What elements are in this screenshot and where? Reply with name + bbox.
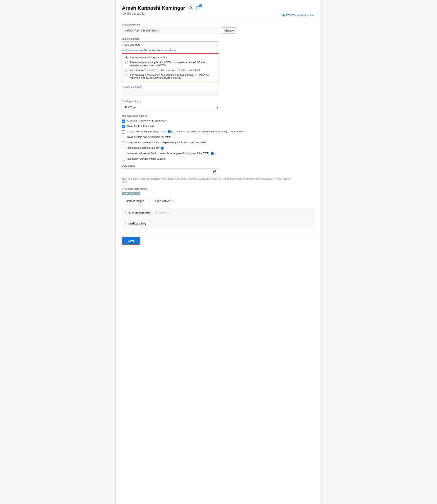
- tax-calculation-label: Tax calculation options: [122, 114, 315, 117]
- tc-label-2[interactable]: Claim tax free threshold: [127, 125, 154, 128]
- tc-option-8: Has approved withholding variation: [122, 157, 315, 161]
- tc-checkbox-3[interactable]: [122, 130, 125, 134]
- tc-option-2: Claim tax free threshold: [122, 125, 315, 128]
- tc-checkbox-1[interactable]: [122, 119, 125, 123]
- date-input-wrapper: [122, 168, 219, 176]
- info-icon-3[interactable]: i: [168, 130, 171, 133]
- stp-tax-category-section: › STP tax category Not applicable: [122, 208, 315, 217]
- employing-entity-label: Employing entity: [122, 23, 315, 26]
- tfn-option-3-radio[interactable]: [125, 69, 128, 71]
- tfn-section: Tax file number ▾ I don't have a tax fil…: [122, 37, 315, 82]
- stp-tax-category-header[interactable]: › STP tax category Not applicable: [122, 208, 315, 217]
- tfn-option-4-label[interactable]: The employee has claimed an exemption fr…: [130, 73, 216, 79]
- search-button[interactable]: [187, 5, 194, 11]
- employment-type-select[interactable]: Full Time Part Time Casual Labour Hire S…: [122, 104, 219, 111]
- medicare-chevron-icon: ›: [125, 222, 126, 225]
- save-section: Save: [122, 233, 315, 245]
- tc-label-5[interactable]: Claim zone, overseas forces or dependent…: [127, 141, 206, 144]
- employing-entity-input: [122, 27, 219, 34]
- tc-checkbox-7[interactable]: [122, 152, 125, 155]
- lodgement-action-buttons: Mark as lodged Lodge with ATO: [122, 198, 315, 204]
- tfn-option-4-radio[interactable]: [125, 74, 128, 76]
- tfn-option-2: The employee has applied for a TFN but d…: [125, 61, 216, 67]
- tc-option-7: Is a seasonal worker (and business is an…: [122, 152, 315, 155]
- tfn-option-2-radio[interactable]: [125, 61, 128, 64]
- date-signed-label: Date signed: [122, 164, 315, 167]
- previous-surname-section: Previous surname: [122, 86, 315, 96]
- ato-lodgement-section: ATO lodgement status NOT LODGED Mark as …: [122, 187, 315, 204]
- employing-entity-section: Employing entity Change: [122, 23, 315, 34]
- tfn-option-3-label[interactable]: The employee is under 18 and earns less …: [130, 69, 200, 71]
- page-wrapper: Arash Kanbashi Kamingar 0 Tax file decla…: [116, 0, 321, 504]
- tc-option-1: Australian resident for tax purposes: [122, 119, 315, 123]
- tc-checkbox-8[interactable]: [122, 158, 125, 161]
- chevron-down-icon: ▾: [122, 49, 123, 52]
- tc-option-6: Has accumulated STSL debt i: [122, 146, 315, 150]
- stp-chevron-icon: ›: [125, 211, 126, 214]
- date-signed-input[interactable]: [122, 169, 211, 175]
- tfn-option-2-label[interactable]: The employee has applied for a TFN but d…: [130, 61, 216, 67]
- medicare-levy-header[interactable]: › Medicare levy: [122, 219, 315, 228]
- tc-label-4[interactable]: Claim seniors and pensioners tax offset: [127, 136, 171, 138]
- tc-checkbox-2[interactable]: [122, 125, 125, 128]
- page-subtitle: Tax file declaration: [122, 12, 201, 15]
- header-icons: 0: [187, 5, 201, 11]
- ato-status-label: ATO lodgement status: [122, 187, 315, 190]
- tfn-option-4: The employee has claimed an exemption fr…: [125, 73, 216, 79]
- page-header: Arash Kanbashi Kamingar 0 Tax file decla…: [122, 5, 315, 19]
- tc-option-3: Is approved working holiday maker i (and…: [122, 130, 315, 134]
- employment-type-section: Employment type Full Time Part Time Casu…: [122, 100, 315, 111]
- tc-label-7[interactable]: Is a seasonal worker (and business is an…: [127, 152, 214, 155]
- page-title: Arash Kanbashi Kamingar: [122, 5, 185, 11]
- tax-calculation-section: Tax calculation options Australian resid…: [122, 114, 315, 161]
- date-signed-section: Date signed This is the date the tax fil…: [122, 164, 315, 184]
- svg-rect-2: [213, 171, 216, 173]
- lodge-with-ato-button[interactable]: Lodge with ATO: [150, 198, 176, 204]
- mark-as-lodged-button[interactable]: Mark as lodged: [122, 198, 148, 204]
- tc-checkbox-6[interactable]: [122, 147, 125, 150]
- tc-label-8[interactable]: Has approved withholding variation: [127, 157, 166, 160]
- tc-label-6[interactable]: Has accumulated STSL debt i: [127, 146, 164, 150]
- previous-surname-label: Previous surname: [122, 86, 315, 89]
- tfn-option-1-radio[interactable]: [125, 56, 128, 59]
- tc-label-1[interactable]: Australian resident for tax purposes: [127, 119, 167, 122]
- tc-label-3[interactable]: Is approved working holiday maker i (and…: [127, 130, 246, 133]
- change-employing-entity-button[interactable]: Change: [221, 27, 237, 34]
- info-icon-7[interactable]: i: [211, 152, 214, 155]
- tfn-option-1-label[interactable]: The employee didn't quote a TFN.: [130, 56, 168, 59]
- tfn-label: Tax file number: [122, 37, 315, 40]
- stp-tax-category-subtitle: Not applicable: [154, 211, 170, 214]
- stp-tax-category-title: STP tax category: [129, 211, 150, 214]
- save-button[interactable]: Save: [122, 237, 140, 245]
- not-lodged-badge: NOT LODGED: [122, 192, 140, 195]
- tc-option-5: Claim zone, overseas forces or dependent…: [122, 141, 315, 144]
- tfn-options-box: The employee didn't quote a TFN. The emp…: [122, 53, 219, 82]
- tc-option-4: Claim seniors and pensioners tax offset: [122, 136, 315, 139]
- tc-checkbox-5[interactable]: [122, 141, 125, 144]
- date-signed-hint: This is the date the tax file declaratio…: [122, 177, 297, 184]
- tfn-option-3: The employee is under 18 and earns less …: [125, 69, 216, 71]
- info-icon-6[interactable]: i: [160, 147, 164, 150]
- calendar-button[interactable]: [211, 168, 219, 176]
- tfn-input[interactable]: [122, 41, 219, 48]
- ato-tfn-link[interactable]: ATO TFN declaration form: [282, 14, 315, 17]
- employing-entity-row: Change: [122, 27, 315, 34]
- messages-badge: 0: [199, 4, 202, 7]
- svg-line-1: [191, 9, 192, 10]
- messages-btn-wrapper: 0: [195, 5, 201, 11]
- no-tfn-link[interactable]: ▾ I don't have a tax file number for thi…: [122, 49, 176, 52]
- calendar-icon: [213, 170, 217, 174]
- previous-surname-input[interactable]: [122, 89, 219, 96]
- title-row: Arash Kanbashi Kamingar 0: [122, 5, 201, 11]
- tc-checkbox-4[interactable]: [122, 136, 125, 139]
- employment-type-label: Employment type: [122, 100, 315, 103]
- medicare-levy-section: › Medicare levy: [122, 219, 315, 228]
- external-link-icon: [282, 14, 285, 17]
- tfn-option-1: The employee didn't quote a TFN.: [125, 56, 216, 59]
- medicare-levy-title: Medicare levy: [129, 222, 146, 225]
- header-left: Arash Kanbashi Kamingar 0 Tax file decla…: [122, 5, 201, 17]
